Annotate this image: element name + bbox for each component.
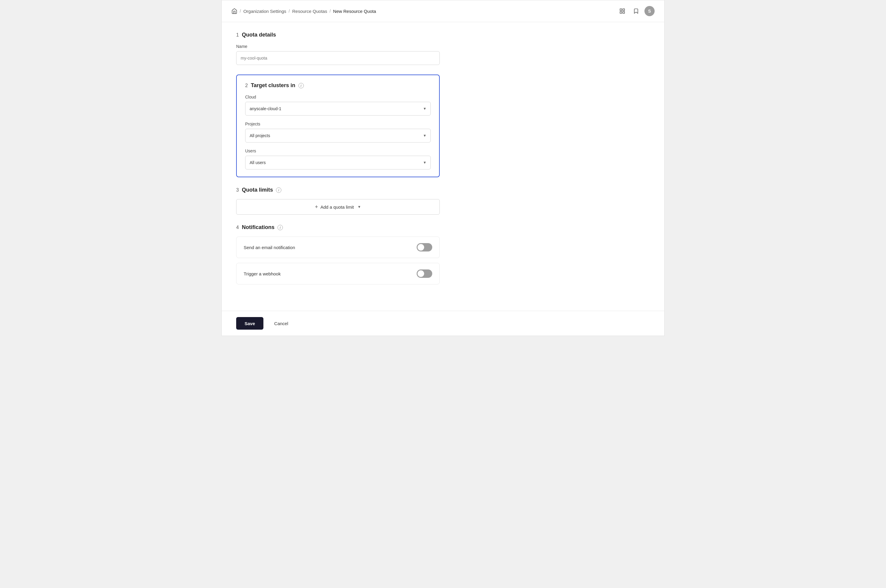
breadcrumb-sep-1: / (240, 9, 241, 14)
breadcrumb-current: New Resource Quota (333, 9, 376, 14)
name-label: Name (236, 44, 477, 49)
email-notification-toggle[interactable] (417, 243, 432, 252)
target-clusters-info-icon[interactable]: i (298, 83, 304, 88)
cloud-select-wrapper: anyscale-cloud-1 anyscale-cloud-2 ▼ (245, 102, 431, 116)
notifications-header: 4 Notifications i (236, 224, 477, 231)
avatar[interactable]: S (645, 6, 655, 16)
cancel-button[interactable]: Cancel (268, 317, 294, 330)
email-notification-row: Send an email notification (236, 237, 440, 258)
webhook-notification-row: Trigger a webhook (236, 263, 440, 284)
cloud-field: Cloud anyscale-cloud-1 anyscale-cloud-2 … (245, 94, 431, 116)
webhook-toggle-slider (417, 270, 432, 278)
notifications-title: Notifications (242, 224, 274, 231)
section-2-number: 2 (245, 83, 248, 88)
email-toggle-slider (417, 243, 432, 252)
quota-details-header: 1 Quota details (236, 32, 477, 38)
add-limit-label: Add a quota limit (320, 204, 354, 210)
cloud-label: Cloud (245, 94, 431, 99)
header-actions: S (617, 6, 655, 16)
webhook-notification-toggle[interactable] (417, 270, 432, 278)
breadcrumb-sep-2: / (289, 9, 290, 14)
target-clusters-header: 2 Target clusters in i (245, 82, 431, 88)
section-3-number: 3 (236, 188, 239, 193)
quota-limits-title: Quota limits (242, 187, 273, 193)
svg-rect-1 (623, 9, 625, 11)
projects-select-wrapper: All projects Project A ▼ (245, 129, 431, 142)
cloud-select[interactable]: anyscale-cloud-1 anyscale-cloud-2 (245, 102, 431, 116)
add-quota-limit-button[interactable]: + Add a quota limit ▼ (236, 199, 440, 214)
target-clusters-title: Target clusters in (251, 82, 295, 88)
users-field: Users All users User A ▼ (245, 148, 431, 170)
notifications-info-icon[interactable]: i (277, 225, 283, 230)
section-1-number: 1 (236, 32, 239, 38)
quota-details-section: 1 Quota details Name (236, 32, 477, 65)
quota-limits-info-icon[interactable]: i (276, 188, 281, 193)
svg-rect-2 (620, 12, 622, 14)
breadcrumb-resource-quotas[interactable]: Resource Quotas (292, 9, 327, 14)
quota-details-title: Quota details (242, 32, 276, 38)
quota-limits-section: 3 Quota limits i + Add a quota limit ▼ (236, 187, 477, 214)
save-button[interactable]: Save (236, 317, 264, 330)
page-header: / Organization Settings / Resource Quota… (222, 0, 664, 22)
projects-label: Projects (245, 122, 431, 126)
breadcrumb-sep-3: / (330, 9, 331, 14)
name-field-wrapper: Name (236, 44, 477, 65)
grid-icon-button[interactable] (617, 6, 628, 16)
add-limit-chevron-icon: ▼ (357, 205, 361, 209)
breadcrumb: / Organization Settings / Resource Quota… (231, 8, 376, 14)
breadcrumb-home[interactable] (231, 8, 237, 14)
webhook-notification-label: Trigger a webhook (244, 271, 281, 276)
name-input[interactable] (236, 51, 440, 65)
users-select[interactable]: All users User A (245, 156, 431, 170)
breadcrumb-org-settings[interactable]: Organization Settings (243, 9, 286, 14)
main-content: 1 Quota details Name 2 Target clusters i… (222, 22, 491, 311)
email-notification-label: Send an email notification (244, 245, 295, 250)
projects-field: Projects All projects Project A ▼ (245, 122, 431, 142)
notifications-section: 4 Notifications i Send an email notifica… (236, 224, 477, 284)
quota-limits-header: 3 Quota limits i (236, 187, 477, 193)
section-4-number: 4 (236, 225, 239, 230)
page-footer: Save Cancel (222, 311, 664, 336)
add-limit-plus-icon: + (315, 204, 318, 210)
bookmark-icon-button[interactable] (631, 6, 642, 16)
target-clusters-box: 2 Target clusters in i Cloud anyscale-cl… (236, 75, 440, 177)
users-select-wrapper: All users User A ▼ (245, 156, 431, 170)
users-label: Users (245, 148, 431, 153)
projects-select[interactable]: All projects Project A (245, 129, 431, 142)
svg-rect-0 (620, 9, 622, 11)
svg-rect-3 (623, 12, 625, 14)
